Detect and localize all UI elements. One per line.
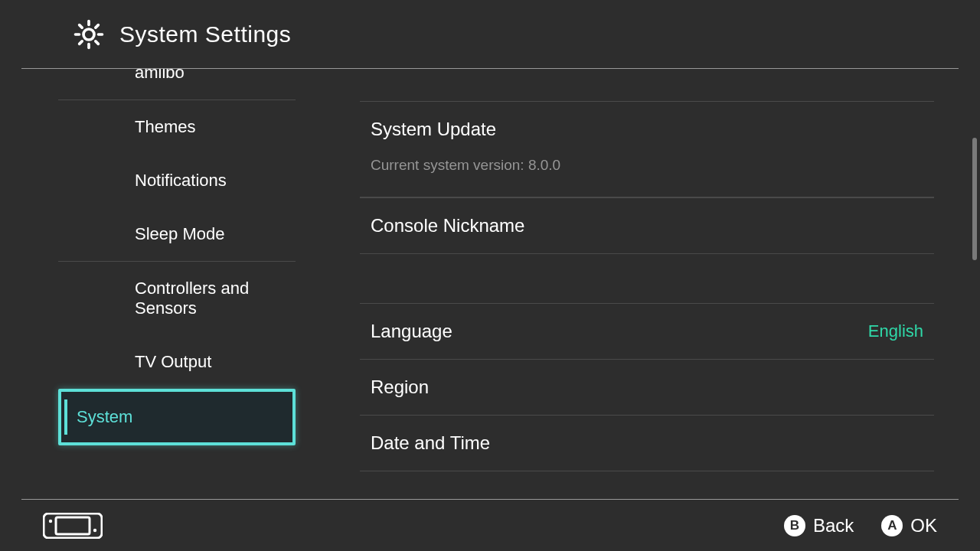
sidebar-item-label: System [77,407,132,426]
sidebar-item-label: TV Output [135,352,211,371]
main: amiibo Themes Notifications Sleep Mode C… [0,69,980,499]
system-version-text: Current system version: 8.0.0 [360,157,934,197]
svg-line-5 [80,24,83,27]
row-region[interactable]: Region [360,359,934,415]
a-button-icon: A [881,515,903,536]
sidebar-item-tv-output[interactable]: TV Output [58,335,296,389]
sidebar: amiibo Themes Notifications Sleep Mode C… [0,69,314,499]
row-label: Console Nickname [371,215,524,236]
footer: B Back A OK [21,499,959,551]
svg-point-0 [83,29,94,40]
sidebar-item-amiibo[interactable]: amiibo [58,69,296,99]
sidebar-item-label: Controllers and Sensors [135,279,249,318]
hint-label: OK [910,515,937,536]
row-label: Language [371,321,452,342]
sidebar-item-themes[interactable]: Themes [58,100,296,154]
row-value: English [868,321,923,341]
page-title: System Settings [119,21,291,47]
sidebar-item-sleep-mode[interactable]: Sleep Mode [58,207,296,261]
sidebar-item-notifications[interactable]: Notifications [58,154,296,207]
svg-line-6 [96,41,99,44]
sidebar-item-label: Sleep Mode [135,224,224,243]
gear-icon [74,19,104,50]
controller-icon[interactable] [43,513,103,539]
row-label: Region [371,377,429,398]
row-language[interactable]: Language English [360,303,934,359]
header: System Settings [21,0,959,69]
row-label: Date and Time [371,432,490,454]
hint-ok[interactable]: A OK [881,515,937,536]
svg-line-7 [80,41,83,44]
sidebar-item-controllers-and-sensors[interactable]: Controllers and Sensors [58,262,296,335]
sidebar-item-label: Themes [135,117,195,136]
b-button-icon: B [784,515,805,536]
row-console-nickname[interactable]: Console Nickname [360,197,934,254]
content-panel: System Update Current system version: 8.… [314,69,980,499]
hint-back[interactable]: B Back [784,515,854,536]
svg-rect-10 [56,517,90,534]
sidebar-item-system[interactable]: System [58,389,296,445]
scrollbar[interactable] [972,138,977,260]
sidebar-item-label: amiibo [135,69,185,82]
row-system-update[interactable]: System Update [360,101,934,157]
svg-point-12 [93,528,96,531]
hint-label: Back [813,515,854,536]
svg-line-8 [96,24,99,27]
svg-point-11 [49,519,52,522]
sidebar-item-label: Notifications [135,171,227,190]
row-label: System Update [371,119,496,140]
row-date-and-time[interactable]: Date and Time [360,415,934,471]
